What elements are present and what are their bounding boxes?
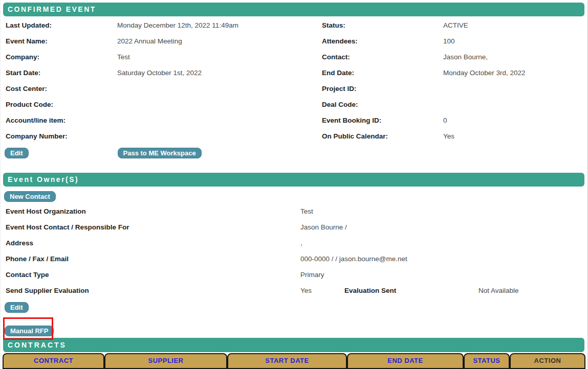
confirmed-event-actions: Edit Pass to ME Workspace bbox=[5, 148, 587, 158]
field-label: Company Number: bbox=[6, 132, 117, 140]
owner-row: Contact Type Primary bbox=[6, 267, 587, 283]
contracts-header: CONTRACTS bbox=[3, 338, 584, 352]
detail-row: Company Number: On Public Calendar: Yes bbox=[6, 128, 587, 144]
confirmed-event-title: CONFIRMED EVENT bbox=[8, 5, 96, 13]
owner-row: Address , bbox=[6, 235, 587, 251]
field-label: Start Date: bbox=[6, 69, 117, 77]
field-label: Account/line item: bbox=[6, 117, 117, 124]
detail-row: Event Name: 2022 Annual Meeting Attendee… bbox=[6, 33, 587, 49]
edit-owner-button[interactable]: Edit bbox=[5, 302, 29, 313]
field-value: 100 bbox=[443, 37, 587, 45]
field-label: Project ID: bbox=[322, 85, 443, 93]
field-label: End Date: bbox=[322, 69, 443, 77]
column-header-contract[interactable]: CONTRACT bbox=[3, 353, 104, 369]
field-value: Saturday October 1st, 2022 bbox=[117, 69, 322, 77]
field-label: Event Name: bbox=[6, 37, 117, 45]
field-label: Contact: bbox=[322, 53, 443, 61]
column-header-status[interactable]: STATUS bbox=[464, 353, 510, 369]
column-header-end-date[interactable]: END DATE bbox=[347, 353, 464, 369]
pass-to-me-workspace-button[interactable]: Pass to ME Workspace bbox=[118, 148, 202, 158]
field-label: Send Supplier Evaluation bbox=[6, 287, 300, 294]
field-label: Attendees: bbox=[322, 37, 443, 45]
owner-row: Event Host Contact / Responsible For Jas… bbox=[6, 219, 587, 235]
field-value: Yes bbox=[443, 132, 587, 140]
owner-row: Phone / Fax / Email 000-0000 / / jason.b… bbox=[6, 251, 587, 267]
field-value: Monday December 12th, 2022 11:49am bbox=[117, 21, 322, 29]
field-label: Company: bbox=[6, 53, 117, 61]
field-value: Primary bbox=[300, 271, 587, 279]
detail-row: Cost Center: Project ID: bbox=[6, 81, 587, 97]
field-value: ACTIVE bbox=[443, 21, 587, 29]
column-header-supplier[interactable]: SUPPLIER bbox=[104, 353, 227, 369]
field-label: Event Host Contact / Responsible For bbox=[6, 223, 300, 231]
contracts-title: CONTRACTS bbox=[8, 341, 67, 349]
detail-row: Product Code: Deal Code: bbox=[6, 97, 587, 112]
evaluation-sent-value: Not Available bbox=[478, 287, 519, 294]
field-value: 2022 Annual Meeting bbox=[117, 37, 322, 45]
event-owners-title: Event Owner(S) bbox=[8, 175, 79, 183]
column-header-action: ACTION bbox=[510, 353, 585, 369]
detail-row: Last Updated: Monday December 12th, 2022… bbox=[6, 17, 587, 33]
field-value: Monday October 3rd, 2022 bbox=[443, 69, 587, 77]
manual-rfp-container: Manual RFP bbox=[5, 326, 54, 336]
confirmed-event-header: CONFIRMED EVENT bbox=[3, 3, 584, 16]
event-details-page: CONFIRMED EVENT Last Updated: Monday Dec… bbox=[1, 3, 587, 369]
owner-row-evaluation: Send Supplier Evaluation Yes Evaluation … bbox=[6, 283, 587, 298]
event-owner-details: Event Host Organization Test Event Host … bbox=[1, 203, 587, 298]
field-label: Event Booking ID: bbox=[322, 117, 443, 124]
field-value: Jason Bourne / bbox=[300, 223, 587, 231]
field-label: On Public Calendar: bbox=[322, 132, 443, 140]
evaluation-sent-label: Evaluation Sent bbox=[344, 287, 478, 294]
field-label: Event Host Organization bbox=[6, 207, 300, 215]
column-header-start-date[interactable]: START DATE bbox=[227, 353, 347, 369]
owner-row: Event Host Organization Test bbox=[6, 203, 587, 219]
field-label: Deal Code: bbox=[322, 101, 443, 108]
field-value: Jason Bourne, bbox=[443, 53, 587, 61]
field-value: Test bbox=[117, 53, 322, 61]
new-contact-button[interactable]: New Contact bbox=[4, 191, 56, 202]
manual-rfp-button[interactable]: Manual RFP bbox=[5, 326, 54, 336]
field-value: , bbox=[300, 239, 587, 247]
field-value: Test bbox=[300, 207, 587, 215]
edit-event-button[interactable]: Edit bbox=[5, 148, 29, 158]
field-label: Last Updated: bbox=[6, 21, 117, 29]
evaluation-values: Yes Evaluation Sent Not Available bbox=[300, 287, 587, 294]
confirmed-event-details: Last Updated: Monday December 12th, 2022… bbox=[1, 17, 587, 144]
field-label: Address bbox=[6, 239, 300, 247]
detail-row: Start Date: Saturday October 1st, 2022 E… bbox=[6, 65, 587, 81]
contracts-table-header: CONTRACT SUPPLIER START DATE END DATE ST… bbox=[3, 353, 587, 369]
event-owners-header: Event Owner(S) bbox=[3, 173, 584, 187]
detail-row: Company: Test Contact: Jason Bourne, bbox=[6, 49, 587, 65]
field-label: Cost Center: bbox=[6, 85, 117, 93]
send-evaluation-value: Yes bbox=[300, 287, 344, 294]
field-value: 000-0000 / / jason.bourne@me.net bbox=[300, 255, 587, 263]
field-label: Phone / Fax / Email bbox=[6, 255, 300, 263]
field-value: 0 bbox=[443, 117, 587, 124]
field-label: Product Code: bbox=[6, 101, 117, 108]
field-label: Contact Type bbox=[6, 271, 300, 279]
field-label: Status: bbox=[322, 21, 443, 29]
detail-row: Account/line item: Event Booking ID: 0 bbox=[6, 112, 587, 128]
